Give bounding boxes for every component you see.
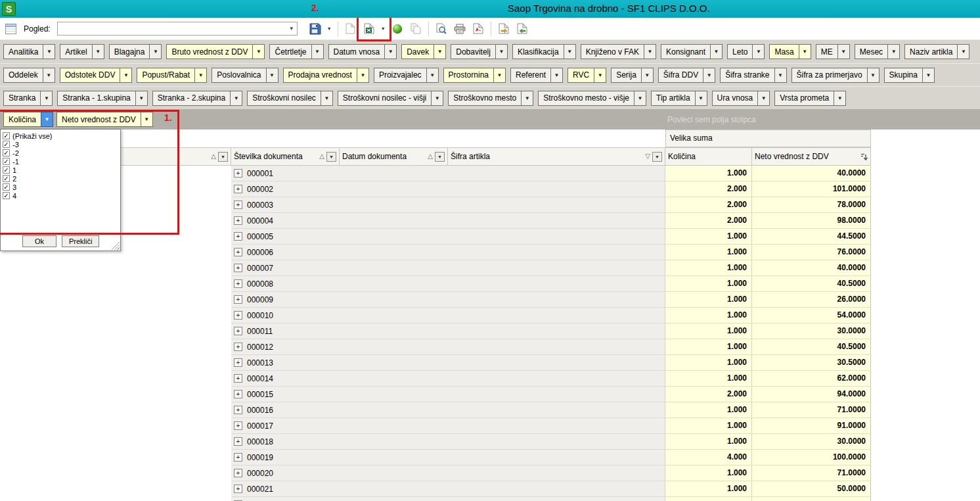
checkbox-checked-icon[interactable]: ✓	[3, 192, 10, 199]
pivot-field-stranka[interactable]: Stranka▼	[3, 91, 53, 106]
pivot-field-stro-kovno-mesto[interactable]: Stroškovno mesto▼	[448, 91, 533, 106]
expand-row-button[interactable]: +	[234, 390, 242, 398]
pivot-field-ifra-za-primerjavo[interactable]: Šifra za primerjavo▼	[791, 68, 880, 83]
column-header-sifra-artikla[interactable]: Šifra artikla ▽ ▼	[448, 147, 665, 166]
filter-option-prika-i-vse[interactable]: ✓(Prikaži vse)	[1, 131, 120, 140]
sort-desc-icon[interactable]: ▽	[645, 153, 650, 160]
pivot-field-artikel[interactable]: Artikel▼	[60, 44, 104, 59]
neto-filter-dropdown-icon[interactable]: ▼	[141, 112, 153, 127]
field-dropdown-icon[interactable]: ▼	[434, 44, 446, 59]
print-preview-button[interactable]	[434, 20, 449, 37]
sort-asc-icon[interactable]: △	[319, 153, 324, 160]
expand-row-button[interactable]: +	[234, 406, 242, 414]
pivot-field-dobavitelj[interactable]: Dobavitelj▼	[451, 44, 508, 59]
expand-row-button[interactable]: +	[234, 374, 242, 383]
pivot-field-analitika[interactable]: Analitika▼	[3, 44, 55, 59]
pivot-field-popust-rabat[interactable]: Popust/Rabat▼	[137, 68, 207, 83]
field-dropdown-icon[interactable]: ▼	[357, 68, 369, 83]
view-combobox[interactable]: ▼	[57, 22, 298, 36]
new-document-button[interactable]	[343, 20, 359, 37]
pivot-field-stranka-2-skupina[interactable]: Stranka - 2.skupina▼	[152, 91, 242, 106]
expand-row-button[interactable]: +	[234, 201, 242, 209]
field-dropdown-icon[interactable]: ▼	[957, 44, 969, 59]
field-dropdown-icon[interactable]: ▼	[120, 68, 132, 83]
pivot-field-ifra-stranke[interactable]: Šifra stranke▼	[720, 68, 786, 83]
pivot-field-skupina[interactable]: Skupina▼	[884, 68, 935, 83]
pivot-field-naziv-artikla[interactable]: Naziv artikla▼	[904, 44, 969, 59]
expand-row-button[interactable]: +	[234, 343, 242, 351]
filter-dropdown-icon[interactable]: ▼	[652, 152, 662, 162]
cancel-button[interactable]: Prekliči	[62, 235, 99, 247]
expand-row-button[interactable]: +	[234, 279, 242, 288]
field-dropdown-icon[interactable]: ▼	[710, 44, 723, 59]
pivot-field-prodajna-vrednost[interactable]: Prodajna vrednost▼	[283, 68, 369, 83]
row-field-kolicina[interactable]: Količina ▼	[3, 112, 53, 127]
row-field-neto-vrednost[interactable]: Neto vrednost z DDV ▼	[56, 112, 153, 127]
chevron-down-icon[interactable]: ▼	[286, 26, 297, 32]
pivot-field-vrsta-prometa[interactable]: Vrsta prometa▼	[774, 91, 846, 106]
field-dropdown-icon[interactable]: ▼	[774, 68, 787, 83]
kolicina-filter-dropdown-icon[interactable]: ▼	[41, 112, 53, 127]
expand-row-button[interactable]: +	[234, 185, 242, 193]
field-dropdown-icon[interactable]: ▼	[431, 91, 443, 106]
checkbox-checked-icon[interactable]: ✓	[3, 132, 10, 139]
field-dropdown-icon[interactable]: ▼	[799, 44, 811, 59]
pivot-field-blagajna[interactable]: Blagajna▼	[109, 44, 162, 59]
sort-asc-icon[interactable]: △	[211, 153, 216, 160]
copy-button[interactable]	[408, 20, 424, 37]
checkbox-checked-icon[interactable]: ✓	[3, 175, 10, 182]
field-dropdown-icon[interactable]: ▼	[493, 68, 506, 83]
field-dropdown-icon[interactable]: ▼	[757, 91, 770, 106]
field-dropdown-icon[interactable]: ▼	[43, 44, 55, 59]
export-file-button[interactable]	[496, 20, 512, 37]
pivot-field-referent[interactable]: Referent▼	[510, 68, 563, 83]
pivot-field-me[interactable]: ME▼	[816, 44, 850, 59]
refresh-button[interactable]	[390, 20, 405, 37]
save-view-button[interactable]	[307, 20, 323, 37]
checkbox-checked-icon[interactable]: ✓	[3, 141, 10, 148]
filter-option-3[interactable]: ✓3	[1, 183, 120, 191]
pivot-field-etrtletje[interactable]: Četrtletje▼	[269, 44, 323, 59]
pivot-field-ura-vnosa[interactable]: Ura vnosa▼	[712, 91, 770, 106]
field-dropdown-icon[interactable]: ▼	[40, 91, 53, 106]
filter-option-4[interactable]: ✓4	[1, 191, 120, 200]
pivot-field-konsignant[interactable]: Konsignant▼	[661, 44, 723, 59]
expand-row-button[interactable]: +	[234, 248, 242, 256]
pivot-field-odstotek-ddv[interactable]: Odstotek DDV▼	[60, 68, 133, 83]
pivot-field-stro-kovni-nosilec[interactable]: Stroškovni nosilec▼	[247, 91, 333, 106]
field-dropdown-icon[interactable]: ▼	[149, 44, 162, 59]
field-dropdown-icon[interactable]: ▼	[703, 68, 715, 83]
print-button[interactable]	[452, 20, 468, 37]
pivot-field-davek[interactable]: Davek▼	[401, 44, 446, 59]
pivot-field-tip-artikla[interactable]: Tip artikla▼	[651, 91, 707, 106]
filter-option-1[interactable]: ✓-1	[1, 157, 120, 166]
expand-row-button[interactable]: +	[234, 327, 242, 335]
filter-dropdown-icon[interactable]: ▼	[218, 152, 228, 162]
field-dropdown-icon[interactable]: ▼	[521, 91, 533, 106]
field-dropdown-icon[interactable]: ▼	[43, 68, 55, 83]
field-dropdown-icon[interactable]: ▼	[266, 68, 278, 83]
field-dropdown-icon[interactable]: ▼	[922, 68, 935, 83]
field-dropdown-icon[interactable]: ▼	[594, 68, 606, 83]
field-dropdown-icon[interactable]: ▼	[644, 44, 656, 59]
filter-dropdown-icon[interactable]: ▼	[326, 152, 336, 162]
export-excel-dropdown-icon[interactable]: ▼	[380, 20, 387, 37]
checkbox-checked-icon[interactable]: ✓	[3, 149, 10, 156]
expand-row-button[interactable]: +	[234, 453, 242, 462]
pivot-field-stro-kovno-mesto-vi-je[interactable]: Stroškovno mesto - višje▼	[538, 91, 646, 106]
pivot-field-oddelek[interactable]: Oddelek▼	[3, 68, 55, 83]
sort-by-summary-icon[interactable]	[860, 153, 868, 161]
expand-row-button[interactable]: +	[234, 437, 242, 446]
pivot-field-knji-eno-v-fak[interactable]: Knjiženo v FAK▼	[581, 44, 656, 59]
pivot-field-masa[interactable]: Masa▼	[769, 44, 811, 59]
expand-row-button[interactable]: +	[234, 485, 242, 493]
field-dropdown-icon[interactable]: ▼	[752, 44, 765, 59]
expand-row-button[interactable]: +	[234, 469, 242, 477]
expand-row-button[interactable]: +	[234, 311, 242, 320]
field-dropdown-icon[interactable]: ▼	[837, 44, 850, 59]
field-dropdown-icon[interactable]: ▼	[252, 44, 265, 59]
field-dropdown-icon[interactable]: ▼	[321, 91, 333, 106]
pivot-field-serija[interactable]: Serija▼	[611, 68, 654, 83]
field-dropdown-icon[interactable]: ▼	[867, 68, 880, 83]
filter-dropdown-icon[interactable]: ▼	[435, 152, 445, 162]
